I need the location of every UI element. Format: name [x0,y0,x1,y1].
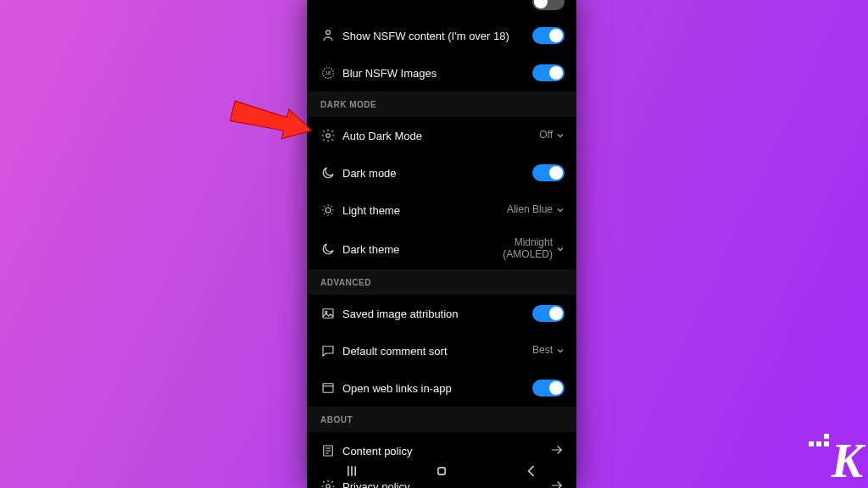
k-logo: K [832,437,863,485]
chevron-down-icon [556,131,565,140]
background: Show NSFW content (I'm over 18) 18 Blur … [0,0,868,488]
chevron-down-icon [556,245,565,253]
comment-icon [320,343,342,358]
row-auto-dark-mode[interactable]: Auto Dark Mode Off [307,117,576,154]
svg-point-0 [326,30,331,35]
row-label: Open web links in-app [342,382,532,395]
document-icon [320,443,342,458]
moon-icon [320,241,342,257]
svg-point-3 [326,134,331,138]
svg-rect-10 [438,468,445,474]
row-value: Off [539,130,553,141]
row-light-theme[interactable]: Light theme Alien Blue [307,191,576,229]
row-partial-top[interactable] [307,0,576,17]
nav-back-icon[interactable] [523,463,540,483]
toggle[interactable] [532,305,565,322]
row-blur-nsfw[interactable]: 18 Blur NSFW Images [307,54,576,92]
nav-home-icon[interactable] [433,463,450,483]
row-label: Saved image attribution [342,308,532,320]
row-label: Light theme [342,204,507,217]
svg-rect-5 [323,309,333,319]
android-navbar [307,461,576,485]
svg-point-9 [326,485,331,488]
svg-text:18: 18 [326,70,331,75]
phone-screen: Show NSFW content (I'm over 18) 18 Blur … [307,0,576,488]
gear-icon [320,128,342,143]
row-saved-image-attribution[interactable]: Saved image attribution [307,295,576,332]
row-value: Midnight (AMOLED) [503,237,553,261]
row-show-nsfw[interactable]: Show NSFW content (I'm over 18) [307,17,576,54]
toggle[interactable] [532,380,565,396]
logo-dots-icon [809,434,829,446]
svg-point-4 [326,208,331,213]
row-default-comment-sort[interactable]: Default comment sort Best [307,332,576,369]
svg-marker-11 [229,96,315,145]
eighteen-icon: 18 [320,65,342,80]
row-label: Dark mode [342,167,532,180]
chevron-down-icon [556,206,565,214]
svg-rect-7 [323,384,333,393]
sun-icon [320,202,342,218]
toggle[interactable] [532,64,565,81]
section-header-advanced: ADVANCED [307,269,576,295]
browser-icon [320,380,342,396]
moon-icon [320,165,342,180]
row-label: Blur NSFW Images [342,67,532,80]
arrow-right-icon [549,442,565,460]
row-label: Dark theme [342,243,503,256]
annotation-arrow-icon [220,88,321,147]
toggle[interactable] [532,27,565,44]
toggle[interactable] [532,0,565,10]
row-value: Best [532,345,553,357]
row-label: Content policy [342,445,549,458]
row-value: Alien Blue [507,204,553,216]
image-icon [320,306,342,321]
row-label: Default comment sort [342,345,532,358]
toggle[interactable] [532,164,565,181]
row-dark-theme[interactable]: Dark theme Midnight (AMOLED) [307,229,576,269]
nav-recents-icon[interactable] [343,463,360,483]
chevron-down-icon [556,347,565,355]
row-label: Auto Dark Mode [342,130,539,142]
section-header-dark-mode: DARK MODE [307,92,576,117]
row-label: Show NSFW content (I'm over 18) [342,30,532,42]
row-dark-mode[interactable]: Dark mode [307,154,576,191]
person-icon [320,28,342,43]
section-header-about: ABOUT [307,407,576,432]
row-open-web-links[interactable]: Open web links in-app [307,369,576,407]
